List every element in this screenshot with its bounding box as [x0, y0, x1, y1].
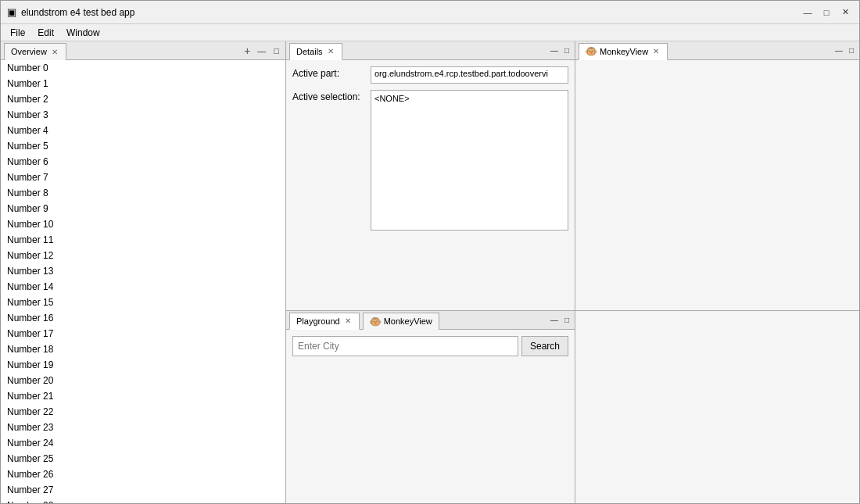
playground-tab-label: Playground	[296, 316, 340, 326]
list-item[interactable]: Number 17	[1, 326, 285, 341]
list-item[interactable]: Number 10	[1, 216, 285, 232]
playground-tab[interactable]: Playground ✕	[289, 313, 360, 330]
list-item[interactable]: Number 6	[1, 154, 285, 170]
details-tab-close[interactable]: ✕	[326, 47, 335, 56]
right-panels: Details ✕ — □ Active part: org.elundstro…	[286, 41, 859, 503]
monkeyview-top-tab-close[interactable]: ✕	[651, 47, 661, 56]
list-item[interactable]: Number 21	[1, 388, 285, 404]
playground-monkeyview-tab[interactable]: 🐵 MonkeyView	[363, 313, 439, 330]
playground-search-row: Search	[292, 336, 568, 356]
overview-tab-bar: Overview ✕ + — □	[1, 41, 285, 60]
monkeyview-bottom-panel	[575, 311, 859, 503]
list-item[interactable]: Number 11	[1, 232, 285, 248]
list-item[interactable]: Number 14	[1, 279, 285, 295]
list-item[interactable]: Number 8	[1, 185, 285, 201]
details-tab[interactable]: Details ✕	[289, 43, 342, 60]
list-item[interactable]: Number 15	[1, 295, 285, 310]
list-item[interactable]: Number 12	[1, 248, 285, 263]
details-active-selection-row: Active selection:	[292, 90, 568, 231]
bottom-right: Playground ✕ 🐵 MonkeyView — □	[286, 311, 859, 503]
details-minimize-button[interactable]: —	[548, 45, 561, 55]
details-tab-bar: Details ✕ — □	[286, 41, 575, 60]
list-item[interactable]: Number 19	[1, 357, 285, 373]
minimize-window-button[interactable]: —	[800, 5, 815, 20]
list-item[interactable]: Number 4	[1, 123, 285, 138]
list-item[interactable]: Number 25	[1, 451, 285, 466]
list-item[interactable]: Number 5	[1, 138, 285, 154]
list-item[interactable]: Number 7	[1, 170, 285, 185]
details-panel: Details ✕ — □ Active part: org.elundstro…	[286, 41, 575, 310]
search-button[interactable]: Search	[521, 336, 568, 356]
overview-tab-label: Overview	[11, 47, 47, 56]
overview-tab[interactable]: Overview ✕	[4, 43, 66, 60]
monkeyview-bottom-content	[575, 311, 859, 503]
overview-tab-close[interactable]: ✕	[50, 47, 59, 56]
monkeyview-top-panel: 🐵 MonkeyView ✕ — □	[575, 41, 859, 310]
list-item[interactable]: Number 0	[1, 60, 285, 76]
overview-add-button[interactable]: +	[242, 44, 253, 58]
playground-panel-controls: — □	[548, 315, 572, 325]
list-item[interactable]: Number 16	[1, 310, 285, 326]
active-part-value: org.elundstrom.e4.rcp.testbed.part.todoo…	[371, 66, 568, 84]
monkeyview-top-minimize-button[interactable]: —	[833, 45, 845, 55]
list-item[interactable]: Number 9	[1, 201, 285, 216]
list-item[interactable]: Number 23	[1, 420, 285, 435]
active-part-label: Active part:	[292, 66, 371, 79]
close-window-button[interactable]: ✕	[837, 5, 853, 20]
list-item[interactable]: Number 27	[1, 482, 285, 498]
playground-panel: Playground ✕ 🐵 MonkeyView — □	[286, 311, 575, 503]
menu-window[interactable]: Window	[60, 26, 106, 40]
overview-controls: + — □	[242, 44, 282, 58]
playground-content: Search	[286, 330, 575, 503]
app-icon: ▣	[7, 6, 16, 18]
list-item[interactable]: Number 18	[1, 341, 285, 357]
menu-edit[interactable]: Edit	[31, 26, 60, 40]
list-item[interactable]: Number 20	[1, 373, 285, 388]
top-right: Details ✕ — □ Active part: org.elundstro…	[286, 41, 859, 311]
monkeyview-top-maximize-button[interactable]: □	[847, 45, 856, 55]
list-item[interactable]: Number 26	[1, 466, 285, 482]
list-item[interactable]: Number 1	[1, 76, 285, 91]
playground-monkeyview-tab-label: MonkeyView	[384, 316, 432, 326]
monkeyview-top-tab[interactable]: 🐵 MonkeyView ✕	[579, 43, 668, 60]
playground-minimize-button[interactable]: —	[548, 315, 561, 325]
overview-list: Number 0Number 1Number 2Number 3Number 4…	[1, 60, 285, 503]
title-bar-left: ▣ elundstrom e4 test bed app	[7, 6, 134, 18]
details-content: Active part: org.elundstrom.e4.rcp.testb…	[286, 60, 575, 310]
playground-maximize-button[interactable]: □	[562, 315, 572, 325]
details-active-part-row: Active part: org.elundstrom.e4.rcp.testb…	[292, 66, 568, 84]
title-bar-controls: — □ ✕	[800, 5, 853, 20]
maximize-window-button[interactable]: □	[819, 5, 834, 20]
title-bar: ▣ elundstrom e4 test bed app — □ ✕	[1, 1, 859, 24]
overview-minimize-button[interactable]: —	[254, 45, 269, 56]
main-content: Overview ✕ + — □ Number 0Number 1Number …	[1, 41, 859, 503]
active-selection-label: Active selection:	[292, 90, 371, 102]
monkeyview-top-controls: — □	[833, 45, 856, 55]
menu-file[interactable]: File	[4, 26, 31, 40]
list-item[interactable]: Number 22	[1, 404, 285, 420]
overview-maximize-button[interactable]: □	[271, 45, 282, 56]
monkeyview-top-tab-bar: 🐵 MonkeyView ✕ — □	[575, 41, 859, 60]
list-item[interactable]: Number 13	[1, 263, 285, 279]
active-selection-textarea[interactable]	[371, 90, 568, 231]
details-tab-label: Details	[296, 47, 323, 56]
monkey-icon-playground: 🐵	[370, 316, 381, 327]
details-panel-controls: — □	[548, 45, 572, 55]
monkeyview-top-tab-label: MonkeyView	[600, 47, 648, 56]
list-item[interactable]: Number 3	[1, 107, 285, 123]
list-item[interactable]: Number 2	[1, 91, 285, 107]
menu-bar: File Edit Window	[1, 24, 859, 41]
monkey-icon-top: 🐵	[586, 46, 597, 57]
list-item[interactable]: Number 24	[1, 435, 285, 451]
app-title: elundstrom e4 test bed app	[21, 7, 134, 18]
details-maximize-button[interactable]: □	[562, 45, 572, 55]
city-input[interactable]	[292, 336, 518, 356]
overview-panel: Overview ✕ + — □ Number 0Number 1Number …	[1, 41, 286, 503]
list-item[interactable]: Number 28	[1, 498, 285, 503]
monkeyview-top-content	[575, 60, 859, 310]
playground-tab-bar: Playground ✕ 🐵 MonkeyView — □	[286, 311, 575, 330]
playground-tab-close[interactable]: ✕	[343, 316, 353, 326]
